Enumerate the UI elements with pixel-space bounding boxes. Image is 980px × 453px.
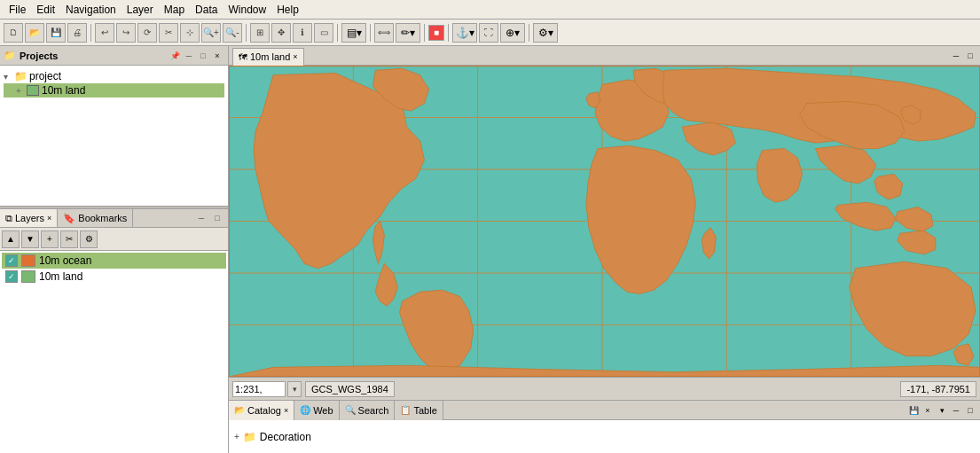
bottom-panel: 📂 Catalog × 🌐 Web 🔍 Search 📋 Table bbox=[229, 400, 980, 453]
bottom-panel-max-btn[interactable]: □ bbox=[964, 404, 976, 417]
move-layer-down-btn[interactable]: ▼ bbox=[21, 230, 39, 248]
catalog-close-btn[interactable]: × bbox=[284, 406, 288, 415]
map-tab-title: 10m land bbox=[250, 51, 290, 62]
map-tab-close-btn[interactable]: × bbox=[293, 52, 297, 61]
bottom-min-btn[interactable]: ▾ bbox=[936, 404, 948, 417]
bookmarks-label: Bookmarks bbox=[78, 213, 127, 223]
redo-btn[interactable]: ↪ bbox=[116, 23, 136, 43]
menu-layer[interactable]: Layer bbox=[122, 2, 159, 18]
layers-min-btn[interactable]: ─ bbox=[194, 211, 208, 225]
menu-data[interactable]: Data bbox=[190, 2, 223, 18]
move-btn[interactable]: ⟺ bbox=[374, 23, 394, 43]
remove-layer-btn[interactable]: ✂ bbox=[60, 230, 78, 248]
move-layer-up-btn[interactable]: ▲ bbox=[2, 230, 20, 248]
right-area: 🗺 10m land × ─ □ bbox=[229, 46, 980, 453]
map-min-btn[interactable]: ─ bbox=[950, 50, 962, 62]
select-rect-btn[interactable]: ▭ bbox=[314, 23, 333, 43]
add-layer-btn[interactable]: + bbox=[41, 230, 59, 248]
layers-tab-icon: ⧉ bbox=[5, 213, 12, 224]
zoom-out-btn[interactable]: 🔍- bbox=[223, 23, 242, 43]
map-tab-icon: 🗺 bbox=[239, 52, 247, 62]
decoration-folder-icon: 📁 bbox=[243, 431, 256, 443]
coords-display: -171, -87.7951 bbox=[900, 381, 976, 397]
menu-bar: File Edit Navigation Layer Map Data Wind… bbox=[0, 0, 980, 20]
tab-bookmarks[interactable]: 🔖 Bookmarks bbox=[58, 209, 133, 227]
layer-land-icon bbox=[21, 270, 35, 283]
projects-icon: 📁 bbox=[4, 50, 16, 61]
info-btn[interactable]: ℹ bbox=[293, 23, 312, 43]
coords-value: -171, -87.7951 bbox=[906, 384, 970, 394]
layer-dropdown[interactable]: ▤▾ bbox=[341, 23, 366, 43]
layer-ocean-name: 10m ocean bbox=[39, 254, 91, 267]
menu-file[interactable]: File bbox=[4, 2, 31, 18]
crs-button[interactable]: GCS_WGS_1984 bbox=[305, 381, 395, 397]
scale-input[interactable] bbox=[232, 381, 286, 397]
bottom-panel-min-btn[interactable]: ─ bbox=[950, 404, 962, 417]
map-canvas-wrapper[interactable] bbox=[229, 66, 980, 377]
zoom-in-btn[interactable]: 🔍+ bbox=[201, 23, 221, 43]
bottom-tabs-bar: 📂 Catalog × 🌐 Web 🔍 Search 📋 Table bbox=[229, 401, 980, 420]
projects-panel: 📁 Projects 📌 ─ □ × ▾ 📁 project + 10m lan… bbox=[0, 46, 228, 206]
layers-max-btn[interactable]: □ bbox=[210, 211, 224, 225]
tab-web[interactable]: 🌐 Web bbox=[294, 401, 339, 420]
project-folder-icon: 📁 bbox=[14, 70, 27, 82]
sep4 bbox=[370, 24, 371, 42]
cut-btn[interactable]: ✂ bbox=[159, 23, 178, 43]
save-btn[interactable]: 💾 bbox=[46, 23, 66, 43]
projects-close-btn[interactable]: × bbox=[210, 49, 224, 63]
projects-title: Projects bbox=[20, 51, 169, 61]
menu-window[interactable]: Window bbox=[223, 2, 271, 18]
refresh-btn[interactable]: ⟳ bbox=[137, 23, 157, 43]
menu-edit[interactable]: Edit bbox=[31, 2, 60, 18]
tab-search[interactable]: 🔍 Search bbox=[340, 401, 396, 420]
pan-btn[interactable]: ✥ bbox=[271, 23, 291, 43]
toolbar: 🗋 📂 💾 🖨 ↩ ↪ ⟳ ✂ ⊹ 🔍+ 🔍- ⊞ ✥ ℹ ▭ ▤▾ ⟺ ✏▾ … bbox=[0, 20, 980, 46]
style-btn[interactable]: ■ bbox=[428, 25, 444, 41]
print-btn[interactable]: 🖨 bbox=[67, 23, 87, 43]
bottom-close-btn[interactable]: × bbox=[921, 404, 934, 417]
sep7 bbox=[529, 24, 529, 42]
project-layer-item[interactable]: + 10m land bbox=[4, 83, 224, 98]
bottom-save-btn[interactable]: 💾 bbox=[907, 404, 920, 417]
projects-min-btn[interactable]: □ bbox=[196, 49, 210, 63]
layer-item-land[interactable]: ✓ 10m land bbox=[2, 269, 226, 285]
sep5 bbox=[424, 24, 425, 42]
layer-expand-icon: + bbox=[16, 86, 27, 96]
undo-btn[interactable]: ↩ bbox=[95, 23, 114, 43]
projects-float-btn[interactable]: 📌 bbox=[169, 51, 182, 60]
tab-table[interactable]: 📋 Table bbox=[395, 401, 443, 420]
project-root[interactable]: ▾ 📁 project bbox=[4, 69, 224, 83]
project-label: project bbox=[29, 70, 61, 82]
layer-item-ocean[interactable]: ✓ 10m ocean bbox=[2, 253, 226, 269]
new-project-btn[interactable]: 🗋 bbox=[4, 23, 23, 43]
decoration-item[interactable]: + 📁 Decoration bbox=[234, 431, 311, 443]
search-label: Search bbox=[358, 405, 389, 416]
tab-layers[interactable]: ⧉ Layers × bbox=[0, 209, 58, 227]
main-layout: 📁 Projects 📌 ─ □ × ▾ 📁 project + 10m lan… bbox=[0, 46, 980, 453]
edit-dropdown[interactable]: ✏▾ bbox=[396, 23, 420, 43]
snapping-dropdown[interactable]: ⚓▾ bbox=[452, 23, 477, 43]
layer-ocean-visibility[interactable]: ✓ bbox=[5, 254, 18, 267]
world-map-svg[interactable] bbox=[229, 66, 980, 377]
menu-help[interactable]: Help bbox=[271, 2, 304, 18]
layer-land-visibility[interactable]: ✓ bbox=[5, 270, 18, 283]
menu-navigation[interactable]: Navigation bbox=[60, 2, 122, 18]
map-max-btn[interactable]: □ bbox=[964, 50, 976, 62]
scale-dropdown-btn[interactable]: ▾ bbox=[287, 381, 302, 397]
tools-dropdown[interactable]: ⚙▾ bbox=[533, 23, 558, 43]
open-btn[interactable]: 📂 bbox=[25, 23, 44, 43]
select-btn[interactable]: ⊹ bbox=[180, 23, 200, 43]
topology-btn[interactable]: ⛶ bbox=[479, 23, 498, 43]
layer-options-btn[interactable]: ⚙ bbox=[80, 230, 98, 248]
layers-tab-close-btn[interactable]: × bbox=[47, 214, 51, 223]
layers-toolbar: ▲ ▼ + ✂ ⚙ bbox=[0, 228, 228, 251]
geo-dropdown[interactable]: ⊕▾ bbox=[500, 23, 525, 43]
zoom-extent-btn[interactable]: ⊞ bbox=[250, 23, 270, 43]
decoration-expand-icon[interactable]: + bbox=[234, 432, 239, 441]
bookmarks-icon: 🔖 bbox=[63, 213, 75, 224]
map-tab-10m-land[interactable]: 🗺 10m land × bbox=[232, 48, 304, 66]
projects-pin-btn[interactable]: ─ bbox=[182, 49, 196, 63]
menu-map[interactable]: Map bbox=[159, 2, 190, 18]
bottom-content: + 📁 Decoration bbox=[229, 420, 980, 453]
tab-catalog[interactable]: 📂 Catalog × bbox=[229, 401, 294, 420]
